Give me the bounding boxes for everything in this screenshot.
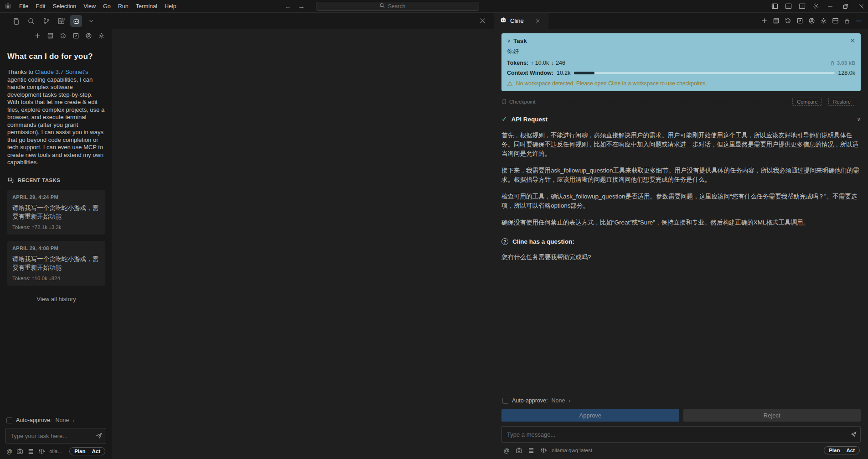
screenshot-icon[interactable]	[16, 447, 23, 455]
task-input[interactable]	[5, 428, 106, 443]
act-mode-button[interactable]: Act	[92, 449, 100, 454]
model-name[interactable]: ollama:qwq:la...	[49, 449, 65, 454]
mode-toggle[interactable]: Plan Act	[824, 446, 860, 454]
toggle-panel-icon[interactable]	[782, 1, 794, 11]
context-mention-icon[interactable]: @	[502, 446, 511, 454]
customize-layout-icon[interactable]	[810, 1, 822, 11]
question-header-row: ? Cline has a question:	[501, 238, 861, 245]
act-mode-button[interactable]: Act	[846, 448, 855, 453]
auto-approve-row[interactable]: Auto-approve: None ›	[501, 396, 861, 408]
mcp-rows-icon[interactable]	[27, 447, 34, 455]
task-size[interactable]: 3.03 kB	[830, 60, 855, 66]
auto-approve-value: None	[552, 397, 565, 404]
split-editor-icon[interactable]	[830, 16, 841, 26]
menu-edit[interactable]: Edit	[32, 2, 49, 11]
new-task-icon[interactable]	[32, 31, 42, 41]
api-provider-icon[interactable]	[539, 446, 548, 454]
lock-icon[interactable]	[842, 16, 852, 26]
menu-terminal[interactable]: Terminal	[132, 2, 161, 11]
tokens-down: ↓ 246	[551, 60, 565, 66]
auto-approve-checkbox[interactable]	[6, 417, 12, 423]
plan-mode-button[interactable]: Plan	[829, 448, 840, 453]
restore-button[interactable]: Restore	[828, 98, 855, 106]
history-nav: ← →	[285, 2, 305, 10]
mcp-rows-icon[interactable]	[527, 446, 535, 454]
extensions-icon[interactable]	[55, 15, 67, 27]
model-name[interactable]: ollama:qwq:latest	[552, 448, 592, 453]
menu-selection[interactable]: Selection	[49, 2, 80, 11]
new-task-icon[interactable]	[759, 16, 770, 26]
message-input[interactable]	[501, 426, 861, 443]
collapse-task-icon[interactable]: ∨	[507, 38, 511, 44]
reasoning-paragraph: 确保没有使用任何禁止的表达方式，比如“Great”或“Sure”，保持直接和专业…	[501, 218, 861, 227]
api-provider-icon[interactable]	[38, 447, 45, 455]
chevron-down-icon[interactable]: ∨	[857, 116, 861, 122]
menu-file[interactable]: File	[16, 2, 32, 11]
chevron-right-icon: ›	[72, 417, 74, 423]
toggle-secondary-sidebar-icon[interactable]	[796, 1, 808, 11]
additional-views-chevron-icon[interactable]	[85, 15, 97, 27]
recent-task-card[interactable]: APRIL 29, 4:24 PM 请给我写一个贪吃蛇小游戏，需要有重新开始功能…	[7, 190, 105, 235]
restore-button[interactable]	[839, 0, 852, 12]
source-control-icon[interactable]	[40, 15, 52, 27]
open-in-editor-icon[interactable]	[71, 31, 81, 41]
account-icon[interactable]	[806, 16, 817, 26]
trash-icon	[830, 60, 835, 66]
close-task-icon[interactable]: ✕	[850, 37, 855, 44]
explorer-icon[interactable]	[10, 15, 22, 27]
compare-button[interactable]: Compare	[792, 98, 822, 106]
settings-icon[interactable]	[96, 31, 106, 41]
history-icon[interactable]	[782, 16, 793, 26]
send-icon[interactable]	[96, 432, 103, 440]
close-editor-group-icon[interactable]	[477, 16, 487, 26]
context-progress-bar	[574, 72, 835, 74]
view-all-history-link[interactable]: View all history	[7, 296, 105, 303]
screenshot-icon[interactable]	[515, 446, 523, 454]
open-in-editor-icon[interactable]	[794, 16, 805, 26]
approve-button[interactable]: Approve	[501, 409, 679, 422]
context-progress-fill	[574, 72, 595, 74]
auto-approve-row[interactable]: Auto-approve: None ›	[5, 415, 106, 428]
go-forward-icon[interactable]: →	[298, 2, 305, 10]
history-icon[interactable]	[58, 31, 68, 41]
search-view-icon[interactable]	[25, 15, 37, 27]
reasoning-paragraph: 首先，根据规则，不能进行闲聊，必须直接解决用户的需求。用户可能刚开始使用这个工具…	[501, 131, 861, 158]
intro-prefix: Thanks to	[7, 68, 35, 75]
auto-approve-label: Auto-approve:	[16, 417, 52, 423]
minimize-button[interactable]	[823, 0, 837, 12]
mcp-servers-icon[interactable]	[45, 31, 55, 41]
menu-bar: File Edit Selection View Go Run Terminal…	[16, 2, 180, 11]
chat-scroll-area: ∨ Task ✕ 你好 Tokens: ↑ 10.0k ↓ 246 3.03 k…	[494, 29, 868, 393]
toggle-primary-sidebar-icon[interactable]	[769, 1, 780, 11]
reject-button[interactable]: Reject	[683, 409, 861, 422]
task-summary-card: ∨ Task ✕ 你好 Tokens: ↑ 10.0k ↓ 246 3.03 k…	[501, 33, 861, 91]
menu-view[interactable]: View	[80, 2, 99, 11]
context-mention-icon[interactable]: @	[6, 447, 12, 455]
chat-options-row: @ ollama:qwq:la... Plan Act	[5, 443, 106, 456]
plan-mode-button[interactable]: Plan	[74, 449, 85, 454]
menu-go[interactable]: Go	[99, 2, 114, 11]
go-back-icon[interactable]: ←	[285, 2, 292, 10]
task-tokens: Tokens: ↑10.0k ↓824	[12, 276, 100, 281]
claude-model-link[interactable]: Claude 3.7 Sonnet's	[35, 68, 88, 75]
search-input[interactable]	[388, 3, 415, 10]
account-icon[interactable]	[83, 31, 93, 41]
api-request-row[interactable]: ✓ API Request ∨	[501, 115, 861, 123]
more-actions-icon[interactable]: ⋯	[853, 16, 864, 26]
menu-help[interactable]: Help	[161, 2, 180, 11]
mcp-servers-icon[interactable]	[770, 16, 781, 26]
cline-tab[interactable]: Cline	[494, 13, 548, 29]
recent-task-card[interactable]: APRIL 29, 4:08 PM 请给我写一个贪吃蛇小游戏，需要有重新开始功能…	[7, 241, 105, 286]
mode-toggle[interactable]: Plan Act	[69, 447, 105, 455]
settings-icon[interactable]	[818, 16, 829, 26]
close-window-button[interactable]	[854, 0, 868, 12]
command-center-search[interactable]	[316, 2, 479, 11]
menu-run[interactable]: Run	[114, 2, 132, 11]
close-tab-icon[interactable]	[533, 16, 543, 26]
search-icon	[379, 3, 385, 10]
cline-view-icon[interactable]	[70, 15, 82, 27]
send-icon[interactable]	[850, 431, 857, 439]
reasoning-paragraph: 检查可用的工具，确认ask_followup_question是否适用。参数需要…	[501, 192, 861, 210]
auto-approve-checkbox[interactable]	[502, 398, 508, 404]
auto-approve-label: Auto-approve:	[512, 397, 548, 404]
